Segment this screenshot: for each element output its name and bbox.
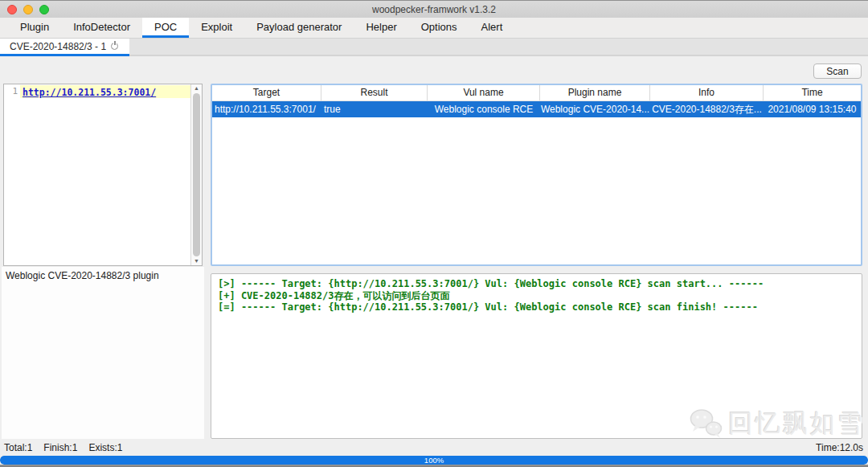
status-total: Total:1 [4, 442, 32, 453]
menubar: Plugin InfoDetector POC Exploit Payload … [0, 18, 868, 38]
console-line: [+] CVE-2020-14882/3存在，可以访问到后台页面 [218, 290, 862, 302]
cell-vul-name: Weblogic console RCE [428, 101, 540, 117]
power-icon [111, 43, 118, 50]
results-table-header: Target Result Vul name Plugin name Info … [212, 85, 861, 101]
menu-item-alert[interactable]: Alert [469, 18, 515, 38]
column-header-info[interactable]: Info [650, 85, 764, 100]
menu-item-options[interactable]: Options [409, 18, 469, 38]
menu-item-plugin[interactable]: Plugin [8, 18, 61, 38]
progressbar-fill: 100% [0, 456, 868, 465]
scroll-up-icon[interactable]: ▲ [194, 84, 199, 92]
menu-item-exploit[interactable]: Exploit [189, 18, 244, 38]
window-title: woodpecker-framwork v1.3.2 [0, 4, 868, 15]
status-time: Time:12.0s [816, 442, 863, 453]
titlebar: woodpecker-framwork v1.3.2 [0, 0, 868, 18]
status-exists: Exists:1 [88, 442, 122, 453]
plugin-name-label: Weblogic CVE-2020-14882/3 plugin [2, 267, 204, 281]
plugin-description-panel: Weblogic CVE-2020-14882/3 plugin [2, 267, 204, 439]
menu-item-helper[interactable]: Helper [354, 18, 408, 38]
column-header-result[interactable]: Result [321, 85, 428, 100]
column-header-vul-name[interactable]: Vul name [428, 85, 540, 100]
menu-item-infodetector[interactable]: InfoDetector [61, 18, 142, 38]
menu-item-payload-generator[interactable]: Payload generator [244, 18, 354, 38]
tabbar: CVE-2020-14882/3 - 1 [0, 38, 868, 56]
cell-plugin-name: Weblogic CVE-2020-14... [540, 101, 650, 117]
cell-time: 2021/08/09 13:15:40 [764, 101, 861, 117]
progress-percent-label: 100% [0, 456, 868, 465]
column-header-plugin-name[interactable]: Plugin name [540, 85, 650, 100]
editor-body[interactable]: http://10.211.55.3:7001/ [20, 84, 190, 265]
console-line: [>] ------ Target: {http://10.211.55.3:7… [218, 278, 862, 290]
scan-button[interactable]: Scan [813, 63, 862, 79]
cell-result: true [321, 101, 428, 117]
editor-active-line[interactable]: http://10.211.55.3:7001/ [20, 85, 190, 98]
cell-info: CVE-2020-14882/3存在... [650, 101, 764, 117]
results-table: Target Result Vul name Plugin name Info … [211, 84, 862, 266]
tab-label: CVE-2020-14882/3 - 1 [10, 41, 106, 52]
console-line: [=] ------ Target: {http://10.211.55.3:7… [218, 301, 862, 313]
scroll-down-icon[interactable]: ▼ [194, 257, 199, 265]
target-editor[interactable]: 1 http://10.211.55.3:7001/ ▲ ▼ [3, 84, 203, 266]
console-output[interactable]: [>] ------ Target: {http://10.211.55.3:7… [211, 273, 862, 439]
table-row[interactable]: http://10.211.55.3:7001/ true Weblogic c… [212, 101, 861, 117]
scan-progressbar: 100% [0, 456, 868, 465]
status-counters: Total:1Finish:1Exists:1 [4, 442, 133, 453]
target-url-text: http://10.211.55.3:7001/ [23, 87, 156, 98]
line-number-gutter: 1 [4, 84, 20, 265]
menu-item-poc[interactable]: POC [142, 18, 189, 38]
tab-cve-2020-14882[interactable]: CVE-2020-14882/3 - 1 [0, 39, 129, 56]
editor-scrollbar[interactable]: ▲ ▼ [190, 84, 202, 265]
status-finish: Finish:1 [43, 442, 77, 453]
statusbar: Total:1Finish:1Exists:1 Time:12.0s [0, 439, 868, 456]
column-header-time[interactable]: Time [764, 85, 861, 100]
scrollbar-thumb[interactable] [193, 93, 200, 256]
column-header-target[interactable]: Target [212, 85, 321, 100]
app-window: woodpecker-framwork v1.3.2 Plugin InfoDe… [0, 0, 868, 467]
cell-target: http://10.211.55.3:7001/ [212, 101, 321, 117]
